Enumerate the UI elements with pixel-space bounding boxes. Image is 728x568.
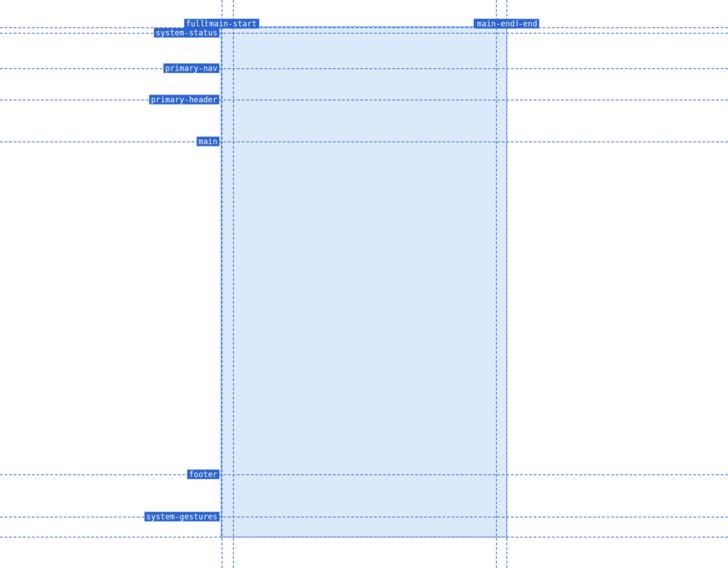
label-primary-nav: primary-nav (163, 64, 219, 73)
guide-footer (0, 474, 728, 475)
guide-main-end (496, 0, 497, 568)
guide-main-start (233, 0, 234, 568)
guide-main (0, 141, 728, 142)
guide-system-gestures (0, 517, 728, 518)
label-main: main (197, 137, 219, 146)
layout-diagram: fullbleed-start main-start main-end full… (0, 0, 728, 568)
label-main-start: main-start (207, 19, 258, 29)
label-system-status: system-status (154, 28, 219, 38)
label-footer: footer (187, 470, 219, 479)
guide-system-status (0, 33, 728, 34)
guide-top (0, 27, 728, 28)
guide-fullbleed-start (222, 0, 222, 568)
label-system-gestures: system-gestures (144, 512, 219, 522)
label-main-end: main-end (475, 19, 516, 29)
guide-primary-nav (0, 68, 728, 69)
content-area (222, 27, 506, 537)
guide-fullbleed-end (506, 0, 507, 568)
guide-bottom (0, 537, 728, 538)
label-primary-header: primary-header (149, 95, 219, 105)
guide-primary-header (0, 100, 728, 101)
